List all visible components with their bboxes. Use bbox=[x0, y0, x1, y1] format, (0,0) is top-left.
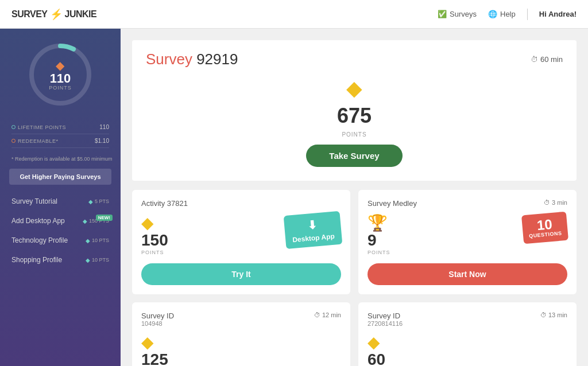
try-it-button[interactable]: Try It bbox=[141, 263, 341, 285]
survey-104948-clock-icon: ⏱ bbox=[314, 312, 320, 318]
sidebar-item-label-survey-tutorial: Survey Tutorial bbox=[11, 197, 88, 205]
pts-diamond-icon-2: ◆ bbox=[86, 237, 90, 244]
activity-pts-num: 150 bbox=[141, 232, 168, 248]
cards-grid: Activity 37821 ◆ 150 POINTS ⬇ Desktop Ap… bbox=[132, 190, 577, 366]
survey-104948-card: Survey ID 104948 ⏱ 12 min ◆ 125 Points bbox=[132, 302, 350, 366]
activity-card: Activity 37821 ◆ 150 POINTS ⬇ Desktop Ap… bbox=[132, 190, 350, 294]
survey-104948-body: ◆ 125 Points bbox=[141, 333, 341, 366]
survey-medley-card: Survey Medley ⏱ 3 min 🏆 9 Points 10 QUES… bbox=[358, 190, 577, 294]
redeemable-dot bbox=[11, 139, 16, 143]
sidebar-item-label-shopping-profile: Shopping Profile bbox=[11, 256, 86, 264]
survey-104948-id-area: Survey ID 104948 bbox=[141, 312, 174, 327]
survey-time-label: 60 min bbox=[540, 55, 563, 64]
center-diamond-icon: ◆ bbox=[49, 59, 72, 72]
redeemable-stat-row: REDEEMABLE* $1.10 bbox=[11, 134, 109, 148]
logo-text: SURVEY bbox=[11, 9, 48, 20]
medley-pts-num: 9 bbox=[368, 232, 390, 248]
desktop-app-badge: ⬇ Desktop App bbox=[284, 211, 342, 249]
check-circle-icon: ✅ bbox=[438, 10, 447, 18]
lifetime-dot bbox=[11, 125, 16, 129]
survey-title-row: Survey 92919 ⏱ 60 min bbox=[146, 50, 563, 68]
header-greeting: Hi Andrea! bbox=[539, 10, 577, 18]
survey-104948-header: Survey ID 104948 ⏱ 12 min bbox=[141, 312, 341, 327]
survey-2720814116-pts-num: 60 bbox=[368, 352, 390, 366]
survey-104948-points-area: ◆ 125 Points bbox=[141, 333, 168, 366]
activity-card-body: ◆ 150 POINTS ⬇ Desktop App bbox=[141, 213, 341, 255]
survey-2720814116-diamond-icon: ◆ bbox=[368, 333, 390, 352]
medley-points-area: 🏆 9 Points bbox=[368, 213, 390, 255]
survey-2720814116-id-area: Survey ID 2720814116 bbox=[368, 312, 403, 327]
surveys-nav-label: Surveys bbox=[450, 10, 477, 18]
sidebar-points-label: POINTS bbox=[49, 85, 72, 91]
sidebar-item-survey-tutorial[interactable]: Survey Tutorial ◆ 5 PTS bbox=[0, 192, 121, 211]
survey-104948-diamond-icon: ◆ bbox=[141, 333, 168, 352]
medley-card-body: 🏆 9 Points 10 QUESTIONS bbox=[368, 213, 567, 255]
help-nav-label: Help bbox=[500, 10, 516, 18]
medley-card-time: ⏱ 3 min bbox=[544, 199, 567, 206]
help-nav-item[interactable]: 🌐 Help bbox=[488, 10, 516, 18]
survey-104948-id: 104948 bbox=[141, 320, 174, 327]
header: SURVEY ⚡ JUNKIE ✅ Surveys 🌐 Help Hi Andr… bbox=[0, 0, 588, 29]
pts-diamond-icon-3: ◆ bbox=[86, 257, 90, 263]
main-layout: ◆ 110 POINTS LIFETIME POINTS 110 REDEEMA… bbox=[0, 29, 588, 366]
medley-pts-label: Points bbox=[368, 250, 390, 255]
hero-diamond-icon: ◆ bbox=[346, 76, 362, 100]
activity-card-header: Activity 37821 bbox=[141, 199, 341, 208]
surveys-nav-item[interactable]: ✅ Surveys bbox=[438, 10, 477, 18]
activity-points-area: ◆ 150 POINTS bbox=[141, 213, 168, 255]
desktop-app-badge-label: Desktop App bbox=[292, 232, 335, 244]
survey-title-num: 92919 bbox=[196, 50, 238, 68]
sidebar-pts-shopping-profile: ◆ 10 PTS bbox=[86, 257, 109, 263]
survey-104948-title: Survey ID bbox=[141, 312, 174, 320]
take-survey-hero-button[interactable]: Take Survey bbox=[306, 145, 402, 167]
desktop-download-icon: ⬇ bbox=[307, 217, 318, 232]
medley-card-header: Survey Medley ⏱ 3 min bbox=[368, 199, 567, 208]
sidebar-pts-survey-tutorial: ◆ 5 PTS bbox=[88, 198, 109, 205]
main-content: Survey 92919 ⏱ 60 min ◆ 675 POINTS Take … bbox=[121, 29, 588, 366]
sidebar-stats: LIFETIME POINTS 110 REDEEMABLE* $1.10 bbox=[0, 115, 121, 154]
survey-2720814116-body: ◆ 60 Points bbox=[368, 333, 567, 366]
activity-pts-label: POINTS bbox=[141, 250, 168, 255]
sidebar-item-label-technology-profile: Technology Profile bbox=[11, 236, 86, 244]
pts-diamond-icon-1: ◆ bbox=[83, 218, 87, 224]
trophy-icon: 🏆 bbox=[368, 213, 390, 232]
logo-lightning-icon: ⚡ bbox=[50, 8, 63, 21]
survey-104948-time-label: 12 min bbox=[322, 312, 341, 318]
circle-center: ◆ 110 POINTS bbox=[49, 59, 72, 91]
questions-badge: 10 QUESTIONS bbox=[521, 212, 568, 244]
start-now-button[interactable]: Start Now bbox=[368, 263, 567, 285]
lifetime-stat-row: LIFETIME POINTS 110 bbox=[11, 120, 109, 134]
survey-104948-pts-num: 125 bbox=[141, 352, 168, 366]
redeemable-stat-label: REDEEMABLE* bbox=[11, 138, 59, 144]
header-nav: ✅ Surveys 🌐 Help Hi Andrea! bbox=[438, 9, 577, 20]
hero-points-number: 675 bbox=[337, 104, 372, 128]
activity-card-title: Activity 37821 bbox=[141, 199, 188, 208]
redeemable-stat-value: $1.10 bbox=[95, 138, 109, 144]
activity-diamond-icon: ◆ bbox=[141, 213, 168, 232]
sidebar-item-technology-profile[interactable]: Technology Profile ◆ 10 PTS bbox=[0, 231, 121, 250]
survey-title-red: Survey bbox=[146, 50, 192, 68]
survey-2720814116-time: ⏱ 13 min bbox=[540, 312, 567, 318]
survey-2720814116-clock-icon: ⏱ bbox=[540, 312, 547, 318]
sidebar-menu: Survey Tutorial ◆ 5 PTS Add Desktop App … bbox=[0, 192, 121, 270]
help-icon: 🌐 bbox=[488, 10, 497, 18]
sidebar-pts-technology-profile: ◆ 10 PTS bbox=[86, 237, 109, 244]
logo-suffix: JUNKIE bbox=[65, 9, 97, 20]
survey-hero: ◆ 675 POINTS Take Survey bbox=[146, 76, 563, 167]
header-divider bbox=[527, 9, 528, 20]
logo: SURVEY ⚡ JUNKIE bbox=[11, 8, 96, 21]
sidebar-points-number: 110 bbox=[49, 72, 72, 85]
survey-2720814116-time-label: 13 min bbox=[548, 312, 567, 318]
medley-card-title: Survey Medley bbox=[368, 199, 417, 208]
new-badge: NEW! bbox=[96, 215, 113, 221]
survey-time-badge: ⏱ 60 min bbox=[531, 55, 563, 64]
survey-2720814116-card: Survey ID 2720814116 ⏱ 13 min ◆ 60 Point… bbox=[358, 302, 577, 366]
medley-time-label: 3 min bbox=[552, 199, 567, 206]
points-gauge: ◆ 110 POINTS bbox=[26, 40, 95, 109]
get-higher-paying-button[interactable]: Get Higher Paying Surveys bbox=[9, 169, 111, 185]
pts-diamond-icon-0: ◆ bbox=[88, 198, 93, 205]
sidebar-item-desktop-app[interactable]: Add Desktop App NEW! ◆ 150 PTS bbox=[0, 211, 121, 231]
sidebar-item-shopping-profile[interactable]: Shopping Profile ◆ 10 PTS bbox=[0, 250, 121, 270]
hero-pts-label: POINTS bbox=[342, 131, 366, 138]
medley-clock-icon: ⏱ bbox=[544, 199, 550, 206]
